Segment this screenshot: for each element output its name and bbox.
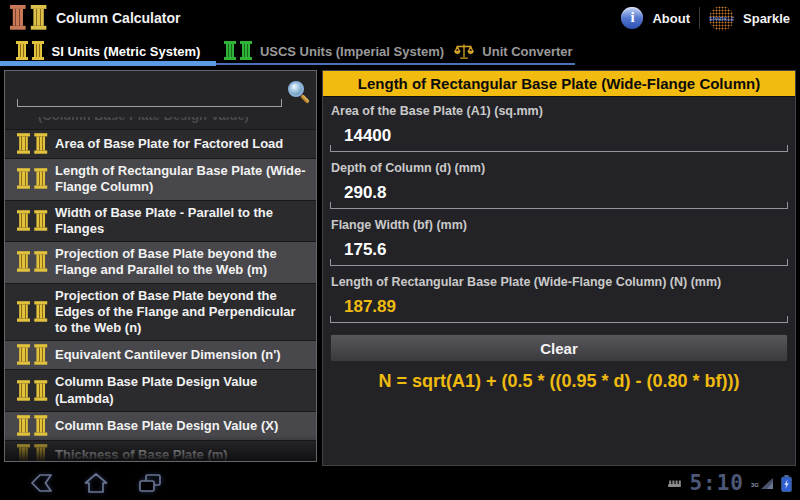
list-item-label: Projection of Base Plate beyond the Edge… <box>55 288 308 337</box>
balance-scale-icon <box>454 43 474 60</box>
twin-columns-gold-icon <box>17 168 47 190</box>
search-icon[interactable] <box>287 80 311 104</box>
list-item[interactable]: Projection of Base Plate beyond the Edge… <box>5 283 316 341</box>
field-label: Flange Width (bf) (mm) <box>323 211 795 234</box>
clipped-list-item: (Column Base Plate Design Value) <box>5 117 316 129</box>
signal-strength-icon: 3G <box>751 477 774 490</box>
list-item-label: Area of Base Plate for Factored Load <box>55 136 283 152</box>
back-icon[interactable] <box>28 471 56 495</box>
twin-columns-icon <box>10 5 46 31</box>
app-icon <box>10 3 50 33</box>
list-item[interactable]: Thickness of Base Plate (m) <box>5 440 316 461</box>
list-item[interactable]: Width of Base Plate - Parallel to the Fl… <box>5 200 316 242</box>
list-item[interactable]: Area of Base Plate for Factored Load <box>5 129 316 158</box>
list-item-label: Width of Base Plate - Parallel to the Fl… <box>55 205 308 238</box>
search-input[interactable] <box>17 79 286 108</box>
app-title: Column Calculator <box>56 10 180 26</box>
sparkle-label[interactable]: Sparkle <box>743 11 790 26</box>
formula-text: N = sqrt(A1) + (0.5 * ((0.95 * d) - (0.8… <box>323 371 795 392</box>
tab-unit-converter[interactable]: Unit Converter <box>452 36 575 66</box>
twin-columns-green-icon <box>224 41 252 61</box>
action-bar: Column Calculator i About SPARKLE Sparkl… <box>0 0 800 36</box>
list-item-label: Thickness of Base Plate (m) <box>55 447 228 461</box>
list-item[interactable]: Equivalent Cantilever Dimension (n') <box>5 340 316 369</box>
list-item-label: Projection of Base Plate beyond the Flan… <box>55 246 308 279</box>
recent-apps-icon[interactable] <box>136 471 164 495</box>
about-button[interactable]: About <box>652 11 690 26</box>
list-item[interactable]: Projection of Base Plate beyond the Flan… <box>5 241 316 283</box>
twin-columns-gold-icon <box>17 444 47 461</box>
tab-bar: SI Units (Metric System) USCS Units (Imp… <box>0 36 800 66</box>
tab-uscs-units[interactable]: USCS Units (Imperial System) <box>216 36 452 66</box>
calculator-list-panel: (Column Base Plate Design Value) Area of… <box>4 70 317 462</box>
twin-columns-gold-icon <box>17 251 47 273</box>
info-icon[interactable]: i <box>621 7 643 29</box>
list-item[interactable]: Length of Rectangular Base Plate (Wide-F… <box>5 158 316 200</box>
list-item[interactable]: Column Base Plate Design Value (X) <box>5 411 316 440</box>
system-navigation-bar: 5:10 3G <box>0 466 800 500</box>
selected-tab-underline <box>0 61 216 66</box>
twin-columns-gold-icon <box>17 301 47 323</box>
home-icon[interactable] <box>82 471 110 495</box>
detail-header: Length of Rectangular Base Plate (Wide-F… <box>323 71 795 97</box>
actionbar-divider <box>699 7 700 29</box>
clock: 5:10 <box>689 471 744 495</box>
field-label: Area of the Base Plate (A1) (sq.mm) <box>323 97 795 120</box>
status-area: 5:10 3G <box>667 471 792 495</box>
result-output <box>330 292 788 322</box>
twin-columns-gold-icon <box>17 210 47 232</box>
twin-columns-gold-icon <box>17 344 47 366</box>
depth-input[interactable] <box>330 178 788 208</box>
battery-charging-icon <box>781 475 792 492</box>
calculator-detail-panel: Length of Rectangular Base Plate (Wide-F… <box>322 70 796 466</box>
list-item-label: Length of Rectangular Base Plate (Wide-F… <box>55 163 308 196</box>
usb-icon <box>667 479 682 488</box>
sparkle-logo-icon[interactable]: SPARKLE <box>709 6 734 31</box>
area-input[interactable] <box>330 121 788 151</box>
twin-columns-gold-icon <box>17 133 47 155</box>
clear-button[interactable]: Clear <box>330 334 788 362</box>
twin-columns-gold-icon <box>16 41 44 61</box>
result-label: Length of Rectangular Base Plate (Wide-F… <box>323 268 795 291</box>
list-item-label: Column Base Plate Design Value (Lambda) <box>55 374 308 407</box>
twin-columns-gold-icon <box>17 380 47 402</box>
list-item-label: Column Base Plate Design Value (X) <box>55 418 278 434</box>
list-item[interactable]: Column Base Plate Design Value (Lambda) <box>5 369 316 411</box>
twin-columns-gold-icon <box>17 415 47 437</box>
calculator-list: (Column Base Plate Design Value) Area of… <box>5 117 316 461</box>
field-label: Depth of Column (d) (mm) <box>323 154 795 177</box>
list-item-label: Equivalent Cantilever Dimension (n') <box>55 347 281 363</box>
search-row <box>5 71 316 117</box>
flange-width-input[interactable] <box>330 235 788 265</box>
